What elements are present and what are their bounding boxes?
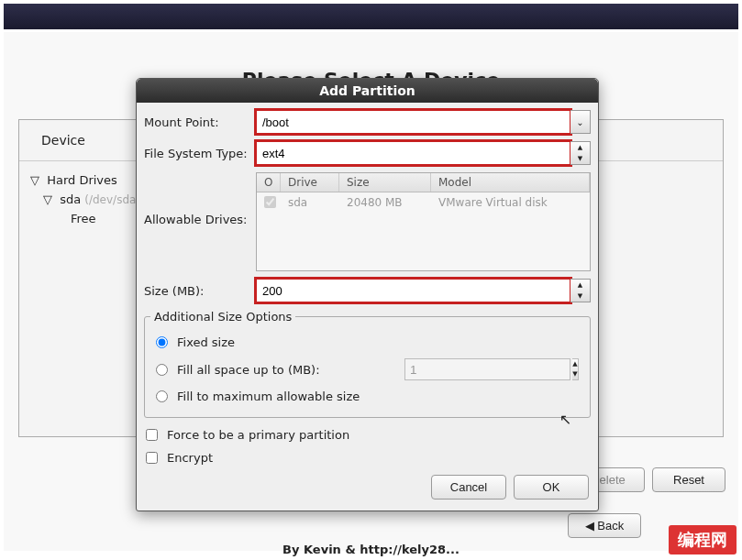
cell-model: VMware Virtual disk [431, 192, 590, 214]
check-label: Force to be a primary partition [167, 428, 349, 442]
dialog-body: Mount Point: ⌄ File System Type: ▲▼ Allo… [137, 103, 598, 511]
size-options-group: Additional Size Options Fixed size Fill … [144, 310, 591, 418]
top-panel-bar [4, 4, 738, 29]
back-button-wrap: ◀ Back [568, 513, 641, 538]
row-size: Size (MB): ▲▼ [144, 279, 591, 302]
radio-input[interactable] [156, 364, 168, 376]
radio-input[interactable] [156, 390, 168, 402]
radio-fill-up-to[interactable]: Fill all space up to (MB): ▲▼ [154, 354, 581, 385]
mount-point-combo[interactable] [256, 110, 570, 134]
size-field[interactable] [256, 279, 570, 302]
label-allowable: Allowable Drives: [144, 172, 256, 226]
check-primary[interactable]: Force to be a primary partition [144, 423, 591, 446]
col-check: O [257, 173, 281, 192]
back-label: Back [597, 519, 624, 533]
expand-icon[interactable]: ▽ [43, 192, 52, 206]
ok-button[interactable]: OK [514, 475, 589, 500]
row-allowable-drives: Allowable Drives: O Drive Size Model sda… [144, 172, 591, 271]
tree-label: sda [60, 192, 81, 206]
chevron-down-icon[interactable]: ⌄ [570, 110, 591, 134]
spin-buttons: ▲▼ [572, 358, 579, 380]
label-fs-type: File System Type: [144, 147, 256, 160]
radio-input[interactable] [156, 336, 168, 348]
table-row[interactable]: sda 20480 MB VMware Virtual disk [257, 192, 590, 214]
spin-buttons[interactable]: ▲▼ [570, 141, 591, 165]
radio-fill-max[interactable]: Fill to maximum allowable size [154, 385, 581, 408]
check-label: Encrypt [167, 451, 213, 465]
table-body: sda 20480 MB VMware Virtual disk [257, 192, 590, 270]
dialog-title: Add Partition [137, 79, 598, 103]
cell-size: 20480 MB [339, 192, 431, 214]
radio-label: Fill all space up to (MB): [177, 363, 320, 377]
footer-credit: By Kevin & http://kely28... [0, 543, 742, 556]
col-drive: Drive [281, 173, 339, 192]
tree-label: Free [71, 212, 96, 225]
back-button[interactable]: ◀ Back [568, 513, 641, 538]
radio-fixed-size[interactable]: Fixed size [154, 331, 581, 354]
site-logo: 编程网 [669, 525, 736, 555]
fs-type-combo[interactable] [256, 141, 570, 165]
radio-label: Fixed size [177, 335, 235, 349]
checkbox-input[interactable] [146, 429, 158, 441]
add-partition-dialog: Add Partition Mount Point: ⌄ File System… [136, 78, 599, 511]
checkbox-input[interactable] [146, 452, 158, 464]
tree-label: Hard Drives [47, 173, 117, 187]
check-encrypt[interactable]: Encrypt [144, 446, 591, 469]
allowable-drives-table[interactable]: O Drive Size Model sda 20480 MB VMware V… [256, 172, 591, 271]
col-model: Model [431, 173, 590, 192]
size-options-legend: Additional Size Options [150, 310, 295, 324]
fill-up-to-value [404, 358, 570, 380]
dialog-button-row: Cancel OK [144, 469, 591, 501]
label-mount-point: Mount Point: [144, 115, 256, 129]
reset-button[interactable]: Reset [652, 467, 725, 492]
col-size: Size [339, 173, 431, 192]
row-mount-point: Mount Point: ⌄ [144, 110, 591, 134]
table-header: O Drive Size Model [257, 173, 590, 192]
drive-checkbox[interactable] [264, 196, 276, 208]
cancel-button[interactable]: Cancel [431, 475, 506, 500]
radio-label: Fill to maximum allowable size [177, 390, 360, 403]
cell-drive: sda [281, 192, 339, 214]
arrow-left-icon: ◀ [585, 519, 598, 533]
row-fs-type: File System Type: ▲▼ [144, 141, 591, 165]
label-size: Size (MB): [144, 284, 256, 298]
spin-buttons[interactable]: ▲▼ [570, 279, 591, 302]
expand-icon[interactable]: ▽ [30, 173, 39, 187]
tree-sublabel: (/dev/sda) [84, 193, 140, 206]
